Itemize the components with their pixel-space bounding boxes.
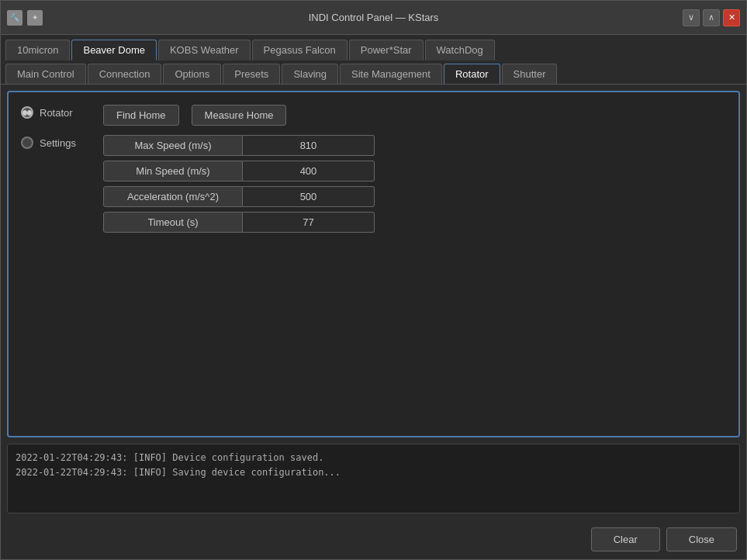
settings-row-timeout: Timeout (s) 77 (103, 212, 375, 233)
close-button[interactable]: Close (666, 527, 737, 551)
acceleration-value[interactable]: 500 (243, 186, 375, 207)
rotator-radio[interactable] (21, 106, 33, 119)
tab-presets[interactable]: Presets (223, 64, 280, 84)
measure-home-button[interactable]: Measure Home (192, 105, 287, 126)
settings-row-acceleration: Acceleration (m/s^2) 500 (103, 186, 375, 207)
titlebar-left: 🔧 ✦ (7, 10, 43, 26)
close-window-button[interactable]: ✕ (723, 9, 740, 26)
tab-slaving[interactable]: Slaving (282, 64, 338, 84)
titlebar-controls: ∨ ∧ ✕ (683, 9, 740, 26)
rotator-panel: Rotator Find Home Measure Home Settings … (7, 91, 740, 437)
minimize-button[interactable]: ∨ (683, 9, 700, 26)
content-area: Rotator Find Home Measure Home Settings … (1, 85, 746, 520)
tab-shutter[interactable]: Shutter (502, 64, 558, 84)
log-line-1: 2022-01-22T04:29:43: [INFO] Device confi… (16, 451, 731, 465)
rotator-row: Rotator Find Home Measure Home (21, 105, 726, 126)
tab-rotator[interactable]: Rotator (444, 64, 500, 84)
tab-sitemanagement[interactable]: Site Management (340, 64, 442, 84)
app-icon-wrench: 🔧 (7, 10, 22, 26)
tab-powerstar[interactable]: Power*Star (349, 40, 424, 60)
settings-radio[interactable] (21, 137, 33, 149)
rotator-radio-label: Rotator (40, 107, 73, 119)
timeout-label: Timeout (s) (103, 212, 243, 233)
app-icon-star: ✦ (27, 10, 43, 26)
tab-10micron[interactable]: 10micron (5, 40, 70, 60)
settings-row-minspeed: Min Speed (m/s) 400 (103, 161, 375, 181)
bottom-bar: Clear Close (1, 520, 746, 559)
log-area: 2022-01-22T04:29:43: [INFO] Device confi… (7, 444, 740, 513)
tab-options[interactable]: Options (163, 64, 221, 84)
window-title: INDI Control Panel — KStars (309, 12, 439, 23)
log-line-2: 2022-01-22T04:29:43: [INFO] Saving devic… (16, 465, 731, 480)
min-speed-value[interactable]: 400 (243, 161, 375, 181)
titlebar: 🔧 ✦ INDI Control Panel — KStars ∨ ∧ ✕ (1, 1, 746, 35)
tab-watchdog[interactable]: WatchDog (425, 40, 495, 60)
max-speed-value[interactable]: 810 (243, 135, 375, 156)
settings-radio-group[interactable]: Settings (21, 135, 91, 149)
main-window: 🔧 ✦ INDI Control Panel — KStars ∨ ∧ ✕ 10… (0, 0, 747, 560)
settings-row: Settings Max Speed (m/s) 810 Min Speed (… (21, 135, 726, 233)
tab-maincontrol[interactable]: Main Control (5, 64, 86, 84)
tab-pegasusfalcon[interactable]: Pegasus Falcon (252, 40, 348, 60)
rotator-radio-group[interactable]: Rotator (21, 105, 91, 119)
max-speed-label: Max Speed (m/s) (103, 135, 243, 156)
timeout-value[interactable]: 77 (243, 212, 375, 233)
settings-row-maxspeed: Max Speed (m/s) 810 (103, 135, 375, 156)
find-home-button[interactable]: Find Home (103, 105, 179, 126)
device-tab-bar: 10micron Beaver Dome KOBS Weather Pegasu… (1, 35, 746, 60)
settings-radio-label: Settings (40, 137, 76, 149)
clear-button[interactable]: Clear (591, 527, 660, 551)
tab-connection[interactable]: Connection (88, 64, 162, 84)
section-tab-bar: Main Control Connection Options Presets … (1, 60, 746, 85)
min-speed-label: Min Speed (m/s) (103, 161, 243, 181)
tab-kobsweather[interactable]: KOBS Weather (158, 40, 251, 60)
maximize-button[interactable]: ∧ (703, 9, 720, 26)
acceleration-label: Acceleration (m/s^2) (103, 186, 243, 207)
tab-beaverdome[interactable]: Beaver Dome (71, 40, 156, 60)
settings-fields: Max Speed (m/s) 810 Min Speed (m/s) 400 … (103, 135, 375, 233)
